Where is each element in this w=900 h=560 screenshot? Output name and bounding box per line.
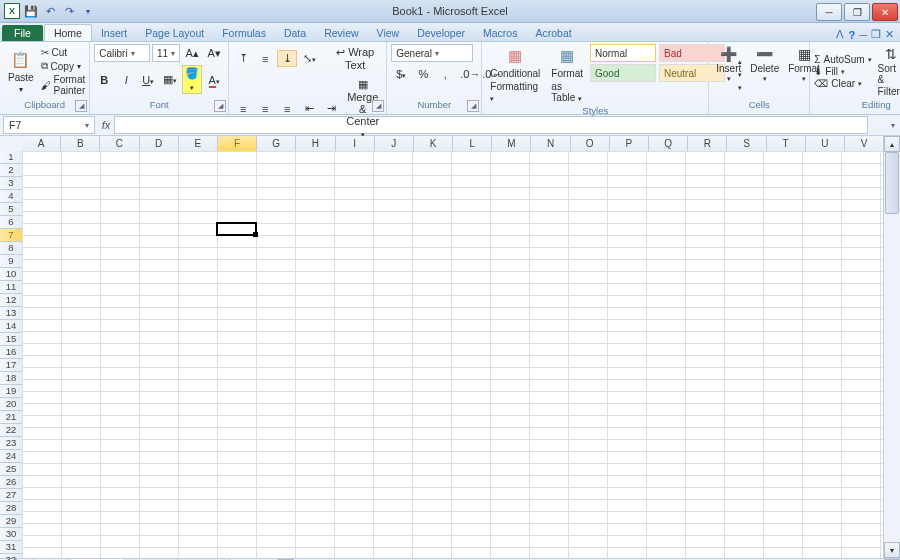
row-header-7[interactable]: 7 — [0, 229, 22, 242]
row-header-5[interactable]: 5 — [0, 203, 22, 216]
row-header-20[interactable]: 20 — [0, 398, 22, 411]
conditional-formatting-button[interactable]: ▦ConditionalFormatting ▾ — [486, 44, 544, 105]
paste-button[interactable]: 📋 Paste ▾ — [4, 44, 38, 99]
review-tab[interactable]: Review — [315, 25, 367, 41]
autosum-button[interactable]: ΣAutoSum▾ — [814, 54, 871, 65]
font-name-combo[interactable]: Calibri▾ — [94, 44, 150, 62]
formula-bar[interactable] — [114, 116, 868, 134]
qat-save-button[interactable]: 💾 — [23, 3, 39, 19]
col-header-V[interactable]: V — [845, 136, 884, 151]
font-size-combo[interactable]: 11▾ — [152, 44, 180, 62]
row-header-15[interactable]: 15 — [0, 333, 22, 346]
col-header-O[interactable]: O — [571, 136, 610, 151]
macros-tab[interactable]: Macros — [474, 25, 526, 41]
row-header-30[interactable]: 30 — [0, 528, 22, 541]
row-header-4[interactable]: 4 — [0, 190, 22, 203]
format-painter-button[interactable]: 🖌Format Painter — [41, 74, 86, 96]
row-header-21[interactable]: 21 — [0, 411, 22, 424]
window-close-icon[interactable]: ✕ — [885, 28, 894, 41]
comma-format-button[interactable]: , — [435, 66, 455, 82]
restore-button[interactable]: ❐ — [844, 3, 870, 21]
window-restore-icon[interactable]: ❐ — [871, 28, 881, 41]
col-header-T[interactable]: T — [767, 136, 806, 151]
vscroll-thumb[interactable] — [885, 152, 899, 214]
align-middle-button[interactable]: ≡ — [255, 51, 275, 67]
insert-cells-button[interactable]: ➕Insert▾ — [713, 44, 744, 99]
row-header-27[interactable]: 27 — [0, 489, 22, 502]
minimize-button[interactable]: ─ — [816, 3, 842, 21]
select-all-corner[interactable] — [0, 136, 23, 152]
vertical-scrollbar[interactable]: ▴ ▾ — [883, 136, 900, 558]
row-header-9[interactable]: 9 — [0, 255, 22, 268]
qat-redo-button[interactable]: ↷ — [61, 3, 77, 19]
style-good[interactable]: Good — [590, 64, 656, 82]
col-header-C[interactable]: C — [100, 136, 139, 151]
grow-font-button[interactable]: A▴ — [182, 45, 202, 62]
row-header-26[interactable]: 26 — [0, 476, 22, 489]
row-header-29[interactable]: 29 — [0, 515, 22, 528]
row-header-3[interactable]: 3 — [0, 177, 22, 190]
fx-button[interactable]: fx — [98, 117, 114, 133]
row-header-8[interactable]: 8 — [0, 242, 22, 255]
selected-cell[interactable] — [216, 222, 257, 236]
file-tab[interactable]: File — [2, 25, 43, 41]
cut-button[interactable]: ✂Cut — [41, 47, 86, 58]
formula-expand-button[interactable]: ▾ — [886, 121, 900, 130]
row-header-11[interactable]: 11 — [0, 281, 22, 294]
col-header-P[interactable]: P — [610, 136, 649, 151]
col-header-B[interactable]: B — [61, 136, 100, 151]
col-header-H[interactable]: H — [296, 136, 335, 151]
number-expand-button[interactable]: ◢ — [467, 100, 479, 112]
fill-button[interactable]: ⬇Fill▾ — [814, 66, 871, 77]
number-format-combo[interactable]: General▾ — [391, 44, 473, 62]
font-expand-button[interactable]: ◢ — [214, 100, 226, 112]
row-header-19[interactable]: 19 — [0, 385, 22, 398]
col-header-A[interactable]: A — [22, 136, 61, 151]
fill-color-button[interactable]: 🪣▾ — [182, 65, 202, 94]
increase-decimal-button[interactable]: .0→ — [457, 66, 477, 82]
row-header-28[interactable]: 28 — [0, 502, 22, 515]
col-header-R[interactable]: R — [688, 136, 727, 151]
clipboard-expand-button[interactable]: ◢ — [75, 100, 87, 112]
row-header-6[interactable]: 6 — [0, 216, 22, 229]
page-layout-tab[interactable]: Page Layout — [136, 25, 213, 41]
col-header-K[interactable]: K — [414, 136, 453, 151]
acrobat-tab[interactable]: Acrobat — [526, 25, 580, 41]
row-header-22[interactable]: 22 — [0, 424, 22, 437]
row-header-2[interactable]: 2 — [0, 164, 22, 177]
window-minimize-icon[interactable]: ─ — [859, 29, 867, 41]
col-header-G[interactable]: G — [257, 136, 296, 151]
copy-button[interactable]: ⧉Copy▾ — [41, 60, 86, 72]
close-button[interactable]: ✕ — [872, 3, 898, 21]
col-header-I[interactable]: I — [336, 136, 375, 151]
name-box[interactable]: F7▾ — [3, 116, 95, 134]
align-right-button[interactable]: ≡ — [277, 101, 297, 117]
wrap-text-button[interactable]: ↩ Wrap Text — [328, 44, 382, 73]
row-header-14[interactable]: 14 — [0, 320, 22, 333]
decrease-indent-button[interactable]: ⇤ — [299, 100, 319, 117]
data-tab[interactable]: Data — [275, 25, 315, 41]
align-center-button[interactable]: ≡ — [255, 101, 275, 117]
row-header-32[interactable]: 32 — [0, 554, 22, 560]
row-header-23[interactable]: 23 — [0, 437, 22, 450]
col-header-E[interactable]: E — [179, 136, 218, 151]
col-header-D[interactable]: D — [140, 136, 179, 151]
row-header-10[interactable]: 10 — [0, 268, 22, 281]
formulas-tab[interactable]: Formulas — [213, 25, 275, 41]
insert-tab[interactable]: Insert — [92, 25, 136, 41]
developer-tab[interactable]: Developer — [408, 25, 474, 41]
align-top-button[interactable]: ⤒ — [233, 50, 253, 67]
row-header-13[interactable]: 13 — [0, 307, 22, 320]
bold-button[interactable]: B — [94, 72, 114, 88]
qat-undo-button[interactable]: ↶ — [42, 3, 58, 19]
shrink-font-button[interactable]: A▾ — [204, 45, 224, 62]
style-normal[interactable]: Normal — [590, 44, 656, 62]
align-bottom-button[interactable]: ⤓ — [277, 50, 297, 67]
format-as-table-button[interactable]: ▦Formatas Table ▾ — [547, 44, 587, 105]
cells-area[interactable] — [22, 151, 884, 558]
col-header-L[interactable]: L — [453, 136, 492, 151]
row-header-12[interactable]: 12 — [0, 294, 22, 307]
scroll-down-button[interactable]: ▾ — [884, 542, 900, 558]
minimize-ribbon-button[interactable]: ᐱ — [836, 28, 844, 41]
row-header-18[interactable]: 18 — [0, 372, 22, 385]
